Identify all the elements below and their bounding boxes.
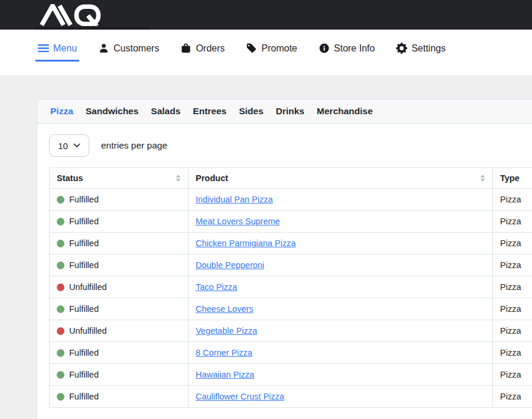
table-row: FulfilledMeat Lovers SupremePizza bbox=[50, 211, 532, 233]
status-dot-icon bbox=[57, 305, 64, 313]
type-cell: Pizza bbox=[493, 298, 532, 320]
status-label: Unfulfilled bbox=[69, 326, 107, 336]
status-label: Fulfilled bbox=[69, 195, 99, 204]
product-link[interactable]: Hawaiian Pizza bbox=[196, 370, 254, 379]
table-row: FulfilledCauliflower Crust PizzaPizza bbox=[50, 386, 532, 408]
product-link[interactable]: Taco Pizza bbox=[196, 282, 237, 292]
nav-item-label: Promote bbox=[261, 43, 297, 54]
products-table: Status Product bbox=[49, 167, 532, 408]
status-label: Unfulfilled bbox=[69, 282, 107, 292]
entries-per-page-value: 10 bbox=[58, 141, 68, 151]
status-cell: Fulfilled bbox=[50, 189, 189, 211]
table-row: FulfilledDouble PepperoniPizza bbox=[50, 254, 532, 276]
nav-item-store-info[interactable]: Store Info bbox=[316, 43, 377, 62]
tab-merchandise[interactable]: Merchandise bbox=[317, 106, 373, 117]
product-cell: Taco Pizza bbox=[189, 276, 493, 298]
status-dot-icon bbox=[57, 218, 64, 225]
status-label: Fulfilled bbox=[69, 238, 99, 248]
table-row: FulfilledHawaiian PizzaPizza bbox=[50, 364, 532, 386]
status-label: Fulfilled bbox=[69, 370, 99, 379]
type-cell: Pizza bbox=[493, 254, 532, 276]
table-row: FulfilledCheese LoversPizza bbox=[50, 298, 532, 320]
tab-sandwiches[interactable]: Sandwiches bbox=[86, 106, 139, 117]
product-cell: Vegetable Pizza bbox=[189, 320, 493, 342]
nav-item-settings[interactable]: Settings bbox=[394, 43, 448, 62]
table-row: Fulfilled8 Corner PizzaPizza bbox=[50, 342, 532, 364]
type-cell: Pizza bbox=[493, 233, 532, 254]
column-label: Status bbox=[57, 172, 83, 184]
type-cell: Pizza bbox=[493, 364, 532, 386]
app-logo bbox=[38, 4, 105, 26]
type-cell: Pizza bbox=[493, 320, 532, 342]
status-dot-icon bbox=[57, 262, 64, 269]
column-label: Type bbox=[500, 172, 520, 184]
status-label: Fulfilled bbox=[69, 304, 99, 314]
logo-underline-decoration bbox=[34, 27, 150, 30]
product-link[interactable]: Individual Pan Pizza bbox=[196, 195, 273, 204]
status-dot-icon bbox=[57, 371, 64, 379]
product-cell: Cauliflower Crust Pizza bbox=[189, 386, 493, 408]
status-label: Fulfilled bbox=[69, 217, 99, 226]
table-header-row: Status Product bbox=[50, 168, 532, 189]
nav-item-label: Settings bbox=[411, 43, 446, 54]
table-row: UnfulfilledVegetable PizzaPizza bbox=[50, 320, 532, 342]
product-link[interactable]: Double Pepperoni bbox=[196, 260, 264, 270]
category-tabs: Pizza Sandwiches Salads Entrees Sides Dr… bbox=[37, 99, 532, 124]
status-label: Fulfilled bbox=[69, 392, 99, 401]
nav-item-label: Menu bbox=[53, 43, 77, 54]
gear-icon bbox=[396, 43, 407, 54]
type-cell: Pizza bbox=[493, 189, 532, 211]
sort-icon bbox=[480, 175, 485, 182]
chevron-down-icon bbox=[73, 143, 80, 148]
entries-row: 10 entries per page bbox=[49, 134, 532, 157]
column-header-status[interactable]: Status bbox=[50, 168, 189, 189]
product-link[interactable]: Cauliflower Crust Pizza bbox=[196, 392, 284, 401]
main-nav: Menu Customers Orders Promote Store Info… bbox=[0, 30, 532, 75]
card-body: 10 entries per page Status bbox=[37, 124, 532, 419]
status-cell: Fulfilled bbox=[50, 211, 189, 233]
product-cell: Chicken Parmigiana Pizza bbox=[189, 233, 493, 254]
tab-entrees[interactable]: Entrees bbox=[193, 106, 226, 117]
tab-salads[interactable]: Salads bbox=[151, 106, 180, 117]
entries-per-page-label: entries per page bbox=[101, 140, 167, 151]
sort-icon bbox=[176, 175, 181, 182]
status-dot-icon bbox=[57, 196, 64, 204]
nav-item-label: Orders bbox=[196, 43, 225, 54]
menu-card: Pizza Sandwiches Salads Entrees Sides Dr… bbox=[37, 99, 532, 419]
product-cell: Individual Pan Pizza bbox=[189, 189, 493, 211]
status-cell: Fulfilled bbox=[50, 298, 189, 320]
person-icon bbox=[98, 43, 109, 54]
status-cell: Fulfilled bbox=[50, 254, 189, 276]
product-link[interactable]: Cheese Lovers bbox=[196, 304, 254, 314]
product-cell: Cheese Lovers bbox=[189, 298, 493, 320]
product-link[interactable]: Chicken Parmigiana Pizza bbox=[196, 238, 296, 248]
column-header-product[interactable]: Product bbox=[189, 168, 493, 189]
status-cell: Fulfilled bbox=[50, 386, 189, 408]
product-link[interactable]: Vegetable Pizza bbox=[196, 326, 257, 336]
table-row: FulfilledChicken Parmigiana PizzaPizza bbox=[50, 233, 532, 254]
hamburger-icon bbox=[38, 43, 49, 54]
info-icon bbox=[319, 43, 330, 54]
app-header bbox=[0, 0, 532, 30]
status-cell: Fulfilled bbox=[50, 342, 189, 364]
type-cell: Pizza bbox=[493, 342, 532, 364]
nav-item-promote[interactable]: Promote bbox=[244, 43, 299, 62]
status-label: Fulfilled bbox=[69, 260, 99, 270]
product-link[interactable]: Meat Lovers Supreme bbox=[196, 217, 280, 226]
nav-item-menu[interactable]: Menu bbox=[35, 43, 79, 62]
product-cell: 8 Corner Pizza bbox=[189, 342, 493, 364]
nav-item-label: Customers bbox=[113, 43, 159, 54]
type-cell: Pizza bbox=[493, 386, 532, 408]
status-dot-icon bbox=[57, 393, 64, 401]
product-link[interactable]: 8 Corner Pizza bbox=[196, 348, 252, 357]
nav-item-customers[interactable]: Customers bbox=[96, 43, 161, 62]
entries-per-page-select[interactable]: 10 bbox=[49, 134, 89, 157]
product-cell: Double Pepperoni bbox=[189, 254, 493, 276]
column-header-type[interactable]: Type bbox=[493, 168, 532, 189]
nav-item-orders[interactable]: Orders bbox=[178, 43, 227, 62]
tab-pizza[interactable]: Pizza bbox=[50, 106, 73, 117]
tab-sides[interactable]: Sides bbox=[239, 106, 263, 117]
tab-drinks[interactable]: Drinks bbox=[276, 106, 304, 117]
table-body: FulfilledIndividual Pan PizzaPizzaFulfil… bbox=[50, 189, 532, 408]
status-cell: Unfulfilled bbox=[50, 320, 189, 342]
